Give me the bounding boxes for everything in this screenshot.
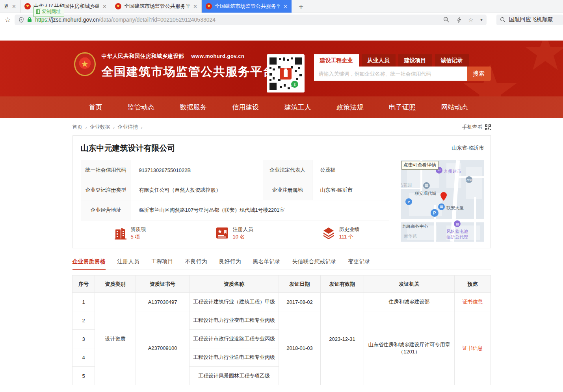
favorite-star-icon[interactable]: ☆: [468, 17, 474, 23]
omnibox[interactable]: https://jzsc.mohurd.gov.cn/data/company/…: [15, 15, 486, 25]
search-tab-personnel[interactable]: 从业人员: [362, 54, 396, 67]
breadcrumb-company-data[interactable]: 企业数据: [90, 124, 110, 131]
cert-no-cell: A137030497: [136, 293, 190, 311]
company-name: 山东中元建筑设计有限公司: [81, 143, 175, 153]
search-tab-project[interactable]: 建设项目: [398, 54, 432, 67]
qr-code-card: s: [267, 54, 305, 92]
breadcrumb-company-detail[interactable]: 企业详情: [117, 124, 138, 131]
tab-bad-behavior[interactable]: 不良行为: [185, 258, 207, 270]
map-label-supermarket: 九州超市: [444, 168, 461, 174]
nav-item-home[interactable]: 首页: [89, 103, 102, 112]
tab-blacklist[interactable]: 黑名单记录: [253, 258, 281, 270]
nav-item-policy[interactable]: 政策法规: [336, 103, 363, 112]
header-search-panel: 建设工程企业 从业人员 建设项目 诚信记录 搜索: [314, 54, 491, 81]
tab-projects[interactable]: 工程项目: [151, 258, 173, 270]
business-address-value: 临沂市兰山区陶然路107号星河晶都（联安）现代城1号楼2201室: [131, 200, 389, 220]
row-no: 5: [72, 367, 95, 385]
building-poi-icon: ▦: [423, 182, 430, 189]
nav-item-site-news[interactable]: 网站动态: [441, 103, 468, 112]
new-tab-button[interactable]: ＋: [292, 0, 310, 13]
tab-close-icon[interactable]: ✕: [283, 4, 288, 9]
tab-dishonesty[interactable]: 失信联合惩戒记录: [292, 258, 336, 270]
nav-item-data-service[interactable]: 数据服务: [180, 103, 207, 112]
shield-icon[interactable]: [19, 17, 24, 23]
url-host: ://jzsc.mohurd.gov.cn: [47, 17, 99, 23]
lock-icon: [27, 17, 32, 22]
table-row: 企业经营地址 临沂市兰山区陶然路107号星河晶都（联安）现代城1号楼2201室: [81, 200, 389, 220]
stat-qualifications[interactable]: 资质项 5 项: [114, 226, 146, 240]
zoom-out-icon[interactable]: [443, 17, 450, 23]
breadcrumb-separator: ›: [113, 124, 115, 130]
registered-region-value: 山东省-临沂市: [312, 180, 389, 200]
stat-historical-performance[interactable]: 历史业绩 111 个: [322, 226, 360, 240]
url-protocol: https: [35, 17, 47, 23]
qual-name-cell: 工程设计电力行业送电工程专业丙级: [190, 348, 279, 367]
quick-search-box[interactable]: 国航回应飞机颠簸: [496, 15, 563, 25]
tab-qualifications[interactable]: 企业资质资格: [72, 258, 106, 270]
flash-save-icon[interactable]: [457, 17, 461, 23]
location-map[interactable]: 点击可查看详情 ⊞ 九州超市 ATM 己花园 ▦ 联安现代城 ▦ 联安大厦 P …: [401, 160, 484, 242]
row-no: 2: [72, 311, 95, 330]
browser-tab-0[interactable]: 界 ✕: [0, 0, 20, 13]
certificate-info-link[interactable]: 证书信息: [463, 345, 483, 351]
chevron-down-icon[interactable]: ▾: [480, 17, 483, 22]
legal-rep-value: 公茂福: [312, 160, 389, 180]
tab-title: 全国建筑市场监管公共服务平台: [215, 3, 280, 10]
field-label: 企业经营地址: [81, 200, 131, 220]
detail-tab-bar: 企业资质资格 注册人员 工程项目 不良行为 良好行为 黑名单记录 失信联合惩戒记…: [72, 258, 491, 270]
stat-value: 5 项: [131, 234, 140, 240]
map-tooltip: 点击可查看详情: [401, 161, 439, 170]
browser-tab-2[interactable]: 全国建筑市场监管公共服务平台 ✕: [111, 0, 202, 13]
tab-title: 全国建筑市场监管公共服务平台: [124, 3, 190, 10]
stat-registered-personnel[interactable]: 注册人员 10 名: [216, 226, 253, 240]
map-label-tower: 联安大厦: [446, 205, 464, 211]
col-header-preview: 预览: [455, 276, 491, 293]
search-button[interactable]: 搜索: [467, 67, 491, 81]
tab-registered-personnel[interactable]: 注册人员: [117, 258, 139, 270]
copy-url-tooltip[interactable]: 复制网址: [33, 7, 64, 17]
nav-item-credit[interactable]: 信用建设: [232, 103, 259, 112]
mobile-view-label[interactable]: 手机查看: [462, 124, 483, 131]
gov-favicon-icon: [24, 3, 31, 9]
field-label: 企业注册属地: [263, 180, 312, 200]
tab-close-icon[interactable]: ✕: [193, 4, 197, 9]
preview-cell: 证书信息: [455, 293, 491, 311]
breadcrumb-home[interactable]: 首页: [72, 124, 83, 131]
copy-icon: [36, 9, 40, 14]
copy-url-label: 复制网址: [42, 8, 61, 15]
search-tab-credit[interactable]: 诚信记录: [435, 54, 469, 67]
ministry-name: 中华人民共和国住房和城乡建设部: [102, 53, 184, 59]
tab-change-records[interactable]: 变更记录: [348, 258, 370, 270]
location-pin-icon: [440, 192, 447, 201]
page-top-gap: [0, 26, 563, 41]
table-row: 1 设计资质 A137030497 工程设计建筑行业（建筑工程）甲级 2017-…: [72, 293, 491, 311]
certificate-info-link[interactable]: 证书信息: [463, 299, 483, 305]
qual-name-cell: 工程设计风景园林工程专项乙级: [190, 367, 279, 385]
nav-item-e-cert[interactable]: 电子证照: [389, 103, 416, 112]
col-header-category: 资质类别: [95, 276, 136, 293]
gov-favicon-icon: [115, 3, 121, 9]
nav-item-supervision[interactable]: 监管动态: [128, 103, 154, 112]
breadcrumb-separator: ›: [141, 124, 142, 130]
tab-close-icon[interactable]: ✕: [102, 4, 107, 9]
map-label-modern-city: 联安现代城: [415, 190, 437, 196]
bookmark-star-icon[interactable]: ☆: [5, 16, 11, 24]
nav-item-workers[interactable]: 建筑工人: [284, 103, 311, 112]
authority-line2: （1201）: [366, 348, 452, 355]
col-header-name: 资质名称: [190, 276, 279, 293]
keyword-search-input[interactable]: [314, 67, 467, 81]
validity-cell: 2023-12-31: [321, 293, 364, 385]
map-label-battery-2: 临沂总代理: [446, 234, 468, 240]
site-header: ★ 中华人民共和国住房和城乡建设部www.mohurd.gov.cn 全国建筑市…: [0, 41, 563, 96]
row-no: 3: [72, 330, 95, 348]
parking-icon: P: [431, 209, 439, 217]
search-tab-enterprise[interactable]: 建设工程企业: [314, 54, 359, 67]
main-nav: 首页 监管动态 数据服务 信用建设 建筑工人 政策法规 电子证照 网站动态: [0, 96, 563, 118]
tab-good-behavior[interactable]: 良好行为: [219, 258, 241, 270]
browser-tab-active[interactable]: 全国建筑市场监管公共服务平台 ✕: [202, 0, 292, 13]
qual-category-cell: 设计资质: [95, 293, 136, 385]
table-row: 企业登记注册类型 有限责任公司（自然人投资或控股） 企业注册属地 山东省-临沂市: [81, 180, 389, 200]
qual-name-cell: 工程设计建筑行业（建筑工程）甲级: [190, 293, 279, 311]
mobile-qr-icon[interactable]: [485, 124, 491, 130]
tab-close-icon[interactable]: ✕: [12, 4, 16, 9]
